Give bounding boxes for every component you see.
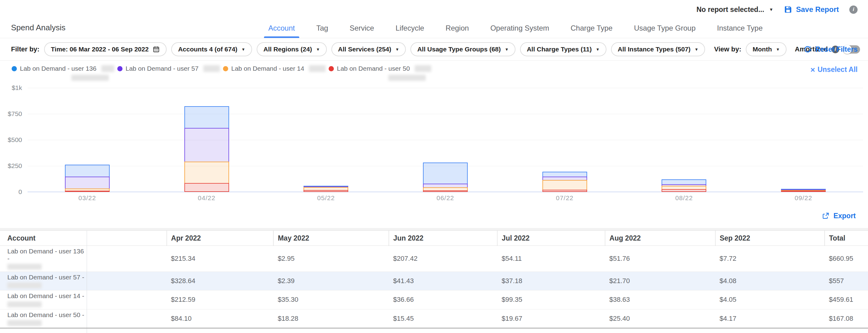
value-cell: $35.30 — [274, 291, 389, 309]
stacked-bar-06-22[interactable] — [423, 163, 468, 192]
redacted-text — [309, 65, 326, 72]
x-tick-label: 03/22 — [28, 194, 147, 202]
x-tick-label: 04/22 — [147, 194, 267, 202]
filter-pill-all-regions-24[interactable]: All Regions (24)▼ — [257, 42, 327, 56]
stacked-bar-04-22[interactable] — [184, 106, 229, 192]
reset-filters-button[interactable]: Reset Filters — [804, 45, 858, 54]
total-value-cell: $58.92 — [274, 328, 389, 333]
redacted-text — [101, 65, 114, 72]
spacer-cell — [87, 309, 166, 328]
value-cell: $37.18 — [497, 272, 605, 291]
value-cell: $36.66 — [389, 291, 497, 309]
report-selector-label: No report selected... — [696, 5, 764, 14]
legend-line: Lab on Demand - user 14 — [223, 65, 326, 72]
total-value-cell: $300.95 — [389, 328, 497, 333]
stacked-bar-08-22[interactable] — [661, 179, 706, 192]
tab-operating-system[interactable]: Operating System — [489, 24, 551, 38]
save-report-label: Save Report — [796, 5, 839, 14]
legend-line: Lab on Demand - user 50 — [329, 65, 431, 72]
legend-line: Lab on Demand - user 136 — [12, 65, 114, 72]
bar-segment-lab-on-demand-user-50 — [542, 190, 587, 192]
filter-bar: Filter by: Time: 06 Mar 2022 - 06 Sep 20… — [0, 38, 868, 61]
legend-item-lab-on-demand-user-14[interactable]: Lab on Demand - user 14 — [223, 65, 326, 82]
value-cell: $99.35 — [497, 291, 605, 309]
column-header-apr-2022: Apr 2022 — [166, 231, 274, 246]
legend-dot-icon — [223, 66, 228, 71]
x-tick-label: 07/22 — [505, 194, 624, 202]
filter-pill-label: All Regions (24) — [264, 45, 312, 53]
value-cell: $15.45 — [389, 309, 497, 328]
column-header-jul-2022: Jul 2022 — [497, 231, 605, 246]
reset-filters-label: Reset Filters — [815, 45, 858, 54]
bar-segment-lab-on-demand-user-50 — [304, 190, 348, 192]
stacked-bar-09-22[interactable] — [781, 189, 826, 192]
column-header-spacer — [87, 231, 166, 246]
tab-charge-type[interactable]: Charge Type — [569, 24, 614, 38]
redacted-text — [204, 65, 220, 72]
legend-dot-icon — [329, 66, 334, 71]
report-selector-dropdown[interactable]: No report selected... ▼ — [696, 5, 773, 14]
chevron-down-icon: ▼ — [395, 47, 399, 52]
chevron-down-icon: ▼ — [695, 47, 699, 52]
value-cell: $4.05 — [715, 291, 825, 309]
value-cell: $167.08 — [825, 309, 868, 328]
save-report-button[interactable]: Save Report — [784, 5, 839, 14]
export-icon — [822, 212, 830, 220]
filter-pill-accounts-4-of-674[interactable]: Accounts 4 (of 674)▼ — [171, 42, 252, 56]
value-cell: $4.17 — [715, 309, 825, 328]
column-header-aug-2022: Aug 2022 — [605, 231, 715, 246]
column-header-may-2022: May 2022 — [274, 231, 389, 246]
tab-service[interactable]: Service — [348, 24, 376, 38]
filter-pill-all-usage-type-groups-68[interactable]: All Usage Type Groups (68)▼ — [410, 42, 516, 56]
unselect-all-button[interactable]: × Unselect All — [810, 66, 858, 74]
stacked-bar-05-22[interactable] — [304, 186, 348, 192]
x-axis: 03/2204/2205/2206/2207/2208/2209/22 — [28, 194, 863, 202]
info-icon[interactable]: i — [849, 5, 858, 14]
tab-instance-type[interactable]: Instance Type — [715, 24, 765, 38]
tab-account[interactable]: Account — [267, 24, 297, 38]
value-cell: $51.76 — [605, 246, 715, 272]
table-header-row: AccountApr 2022May 2022Jun 2022Jul 2022A… — [0, 231, 868, 246]
x-tick-label: 09/22 — [744, 194, 863, 202]
filter-pill-time[interactable]: Time: 06 Mar 2022 - 06 Sep 2022 — [44, 42, 166, 56]
bar-segment-lab-on-demand-user-14 — [184, 162, 229, 184]
y-tick-label: $500 — [0, 136, 22, 143]
filter-pill-all-services-254[interactable]: All Services (254)▼ — [331, 42, 406, 56]
legend-item-lab-on-demand-user-136[interactable]: Lab on Demand - user 136 — [12, 65, 114, 82]
bar-segment-lab-on-demand-user-136 — [65, 165, 110, 177]
export-button[interactable]: Export — [822, 212, 856, 220]
y-tick-label: $750 — [0, 110, 22, 118]
account-cell[interactable]: Lab on Demand - user 50 - — [0, 309, 87, 328]
x-tick-label: 08/22 — [624, 194, 744, 202]
account-cell[interactable]: Lab on Demand - user 57 - — [0, 272, 87, 291]
spacer-cell — [87, 246, 166, 272]
tab-lifecycle[interactable]: Lifecycle — [394, 24, 426, 38]
tab-usage-type-group[interactable]: Usage Type Group — [632, 24, 698, 38]
bar-segment-lab-on-demand-user-50 — [184, 183, 229, 192]
spacer-cell — [87, 272, 166, 291]
bar-segment-lab-on-demand-user-136 — [423, 163, 468, 184]
legend-item-lab-on-demand-user-57[interactable]: Lab on Demand - user 57 — [117, 65, 220, 82]
table-total-row: Total$840.67$58.92$300.95$210.32$137.49$… — [0, 328, 868, 333]
tab-tag[interactable]: Tag — [315, 24, 330, 38]
bar-segment-lab-on-demand-user-57 — [65, 176, 110, 189]
legend-label: Lab on Demand - user 14 — [231, 65, 304, 72]
spend-analysis-page: No report selected... ▼ Save Report i Sp… — [0, 0, 868, 333]
stacked-bar-07-22[interactable] — [542, 172, 587, 192]
filter-pill-all-instance-types-507[interactable]: All Instance Types (507)▼ — [611, 42, 705, 56]
value-cell: $41.43 — [389, 272, 497, 291]
spacer-cell — [87, 328, 166, 333]
chevron-down-icon: ▼ — [505, 47, 509, 52]
view-by-dropdown[interactable]: Month ▼ — [746, 42, 786, 56]
account-cell[interactable]: Lab on Demand - user 14 - — [0, 291, 87, 309]
account-name: Lab on Demand - user 57 - — [7, 272, 87, 281]
account-cell[interactable]: Lab on Demand - user 136 - — [0, 246, 87, 272]
y-tick-label: $1k — [0, 84, 22, 92]
tab-region[interactable]: Region — [444, 24, 471, 38]
stacked-bar-03-22[interactable] — [65, 165, 110, 192]
total-label: Total — [0, 328, 87, 333]
chevron-down-icon: ▼ — [596, 47, 600, 52]
view-by-label: View by: — [714, 45, 741, 53]
filter-pill-all-charge-types-11[interactable]: All Charge Types (11)▼ — [520, 42, 607, 56]
legend-item-lab-on-demand-user-50[interactable]: Lab on Demand - user 50 — [329, 65, 431, 82]
